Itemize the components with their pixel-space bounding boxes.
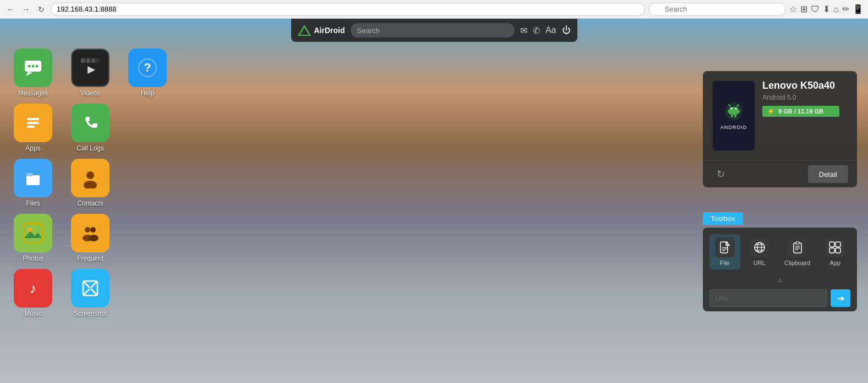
help-icon-svg: ? <box>137 57 158 78</box>
screenshot-icon-svg <box>80 278 101 299</box>
device-image: ANDROID <box>712 80 756 152</box>
app-row-2: Apps Call Logs <box>6 101 175 154</box>
screenshot-icon <box>71 269 110 308</box>
url-label: URL <box>754 260 766 266</box>
detail-button[interactable]: Detail <box>808 165 848 183</box>
svg-rect-17 <box>27 118 39 120</box>
device-name: Lenovo K50a40 <box>762 80 848 91</box>
file-icon-svg <box>719 241 730 253</box>
app-item-screenshot[interactable]: Screenshot <box>63 267 118 320</box>
svg-rect-11 <box>92 58 95 63</box>
refresh-button[interactable]: ↻ <box>712 165 729 183</box>
apps-label: Apps <box>25 144 40 152</box>
messages-label: Messages <box>18 89 48 97</box>
url-row: ➔ <box>703 285 857 311</box>
toolbox: Toolbox File <box>703 228 857 311</box>
svg-rect-63 <box>796 242 799 244</box>
svg-point-32 <box>85 227 90 233</box>
screenshot-label: Screenshot <box>74 310 107 317</box>
svg-rect-19 <box>27 126 35 128</box>
storage-icon: ⚡ <box>767 107 775 115</box>
app-item-contacts[interactable]: Contacts <box>63 157 118 209</box>
app-item-messages[interactable]: Messages <box>6 46 61 99</box>
app-icon-svg <box>829 241 841 253</box>
power-icon[interactable]: ⏻ <box>562 25 571 35</box>
music-icon: ♪ <box>14 269 52 308</box>
calllogs-icon <box>71 104 110 142</box>
toolbox-arrow: ▲ <box>703 274 857 285</box>
font-icon[interactable]: Aa <box>545 25 556 35</box>
app-item-videos[interactable]: Videos <box>63 46 118 99</box>
app-item-files[interactable]: Files <box>6 157 61 209</box>
app-row-3: Files Contacts <box>6 157 175 209</box>
reader-icon[interactable]: ⊞ <box>800 4 807 14</box>
calllogs-label: Call Logs <box>77 144 104 152</box>
messages-icon-svg <box>23 57 43 78</box>
videos-icon <box>71 48 110 87</box>
url-go-button[interactable]: ➔ <box>831 289 850 307</box>
edit-icon[interactable]: ✏ <box>842 4 849 14</box>
app-item-music[interactable]: ♪ Music <box>6 267 61 320</box>
svg-rect-69 <box>829 248 834 253</box>
device-info: ANDROID Lenovo K50a40 Android 5.0 ⚡ 9 GB… <box>703 71 857 160</box>
reload-button[interactable]: ↻ <box>35 3 47 15</box>
app-item-help[interactable]: ? Help <box>120 46 175 99</box>
svg-rect-23 <box>26 173 33 176</box>
device-details: Lenovo K50a40 Android 5.0 ⚡ 9 GB / 11.19… <box>762 80 848 117</box>
airdroid-logo: AirDroid <box>298 25 345 36</box>
storage-text: 9 GB / 11.19 GB <box>778 108 823 115</box>
storage-bar: ⚡ 9 GB / 11.19 GB <box>762 106 839 117</box>
help-label: Help <box>141 89 155 97</box>
tool-url[interactable]: URL <box>744 234 775 269</box>
svg-rect-20 <box>80 112 101 133</box>
svg-point-29 <box>28 228 32 232</box>
svg-text:?: ? <box>144 61 151 74</box>
app-grid: Messages Videos <box>6 46 175 320</box>
home-icon[interactable]: ⌂ <box>833 4 839 14</box>
mobile-icon[interactable]: 📱 <box>853 4 864 14</box>
shield-icon[interactable]: 🛡 <box>811 4 820 14</box>
svg-point-35 <box>89 235 99 241</box>
app-item-apps[interactable]: Apps <box>6 101 61 154</box>
svg-point-45 <box>731 108 733 110</box>
download-icon[interactable]: ⬇ <box>823 4 830 14</box>
app-label: App <box>830 260 841 266</box>
apps-icon <box>14 104 52 142</box>
music-label: Music <box>24 310 41 317</box>
airdroid-search-input[interactable] <box>351 23 515 37</box>
forward-button[interactable]: → <box>20 3 32 15</box>
tool-app[interactable]: App <box>820 234 850 269</box>
contacts-icon-svg <box>80 168 101 188</box>
device-os: Android 5.0 <box>762 94 848 101</box>
contacts-icon <box>71 159 110 197</box>
files-icon-svg <box>23 168 43 188</box>
calllogs-icon-svg <box>80 112 101 133</box>
browser-search-input[interactable] <box>648 3 786 16</box>
url-input[interactable] <box>709 289 827 307</box>
clipboard-label: Clipboard <box>784 260 810 266</box>
address-bar[interactable] <box>51 3 645 16</box>
tool-file[interactable]: File <box>709 234 740 269</box>
airdroid-actions: ✉ ✆ Aa ⏻ <box>520 25 571 36</box>
photos-icon <box>14 214 52 252</box>
clipboard-icon <box>788 238 807 257</box>
svg-point-6 <box>36 65 39 68</box>
svg-rect-67 <box>829 242 834 247</box>
messages-icon <box>14 48 52 87</box>
airdroid-logo-text: AirDroid <box>314 26 345 35</box>
svg-rect-9 <box>81 58 85 63</box>
tool-clipboard[interactable]: Clipboard <box>779 234 816 269</box>
back-button[interactable]: ← <box>4 3 17 15</box>
app-item-calllogs[interactable]: Call Logs <box>63 101 118 154</box>
photos-label: Photos <box>23 255 43 262</box>
bookmark-icon[interactable]: ☆ <box>789 4 797 14</box>
svg-rect-50 <box>738 110 740 113</box>
device-panel: ANDROID Lenovo K50a40 Android 5.0 ⚡ 9 GB… <box>703 71 857 187</box>
app-item-frequent[interactable]: Frequent <box>63 212 118 265</box>
mail-icon[interactable]: ✉ <box>520 25 527 36</box>
frequent-label: Frequent <box>77 255 103 262</box>
svg-point-4 <box>28 65 31 68</box>
phone-icon[interactable]: ✆ <box>533 25 540 36</box>
svg-rect-51 <box>731 115 733 117</box>
app-item-photos[interactable]: Photos <box>6 212 61 265</box>
